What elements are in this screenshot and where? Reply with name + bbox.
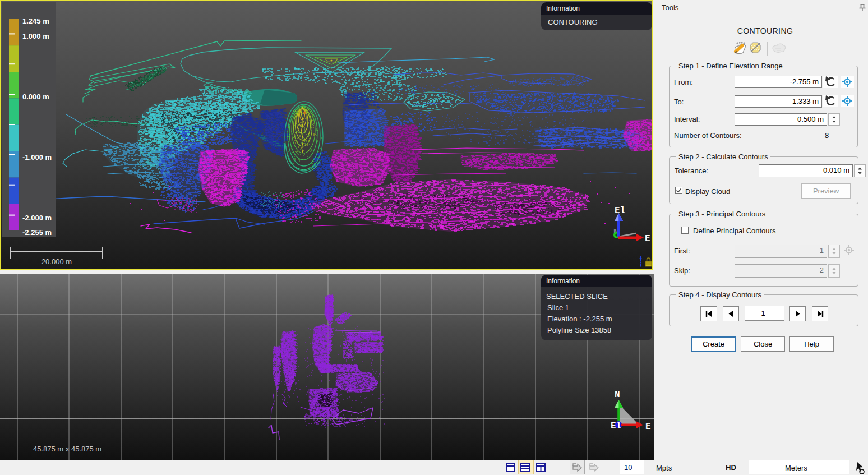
svg-text:E: E: [645, 234, 650, 244]
svg-text:El: El: [615, 206, 625, 216]
svg-text:20.000 m: 20.000 m: [41, 257, 72, 266]
svg-text:E: E: [645, 422, 651, 432]
svg-text:N: N: [615, 390, 620, 400]
svg-text:El: El: [611, 421, 621, 431]
